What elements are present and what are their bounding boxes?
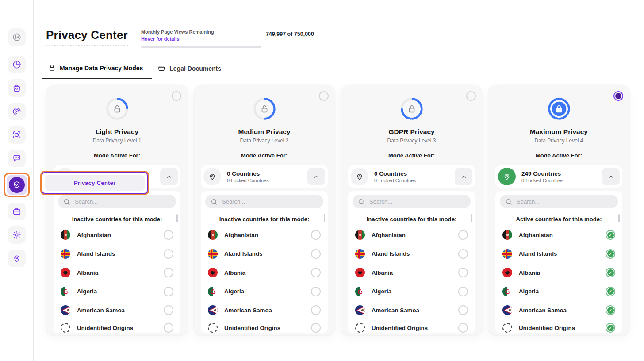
country-row[interactable]: Albania — [353, 263, 471, 282]
country-search-input[interactable] — [517, 198, 613, 205]
country-select-radio[interactable] — [311, 230, 321, 240]
country-row[interactable]: Afghanistan — [58, 226, 176, 245]
locked-countries-count: 0 Locked Countries — [374, 178, 455, 183]
mode-level-label: Data Privacy Level 3 — [387, 138, 436, 144]
country-row[interactable]: Aland Islands — [205, 245, 323, 264]
tab-legal-documents[interactable]: Legal Documents — [152, 61, 230, 79]
country-select-radio[interactable] — [311, 323, 321, 333]
collapse-list-button[interactable] — [455, 168, 472, 185]
country-row[interactable]: Algeria — [353, 282, 471, 301]
country-search-input[interactable] — [222, 198, 318, 205]
scrollbar-thumb[interactable] — [324, 214, 325, 222]
country-row[interactable]: American Samoa ✓ — [500, 301, 618, 320]
country-row[interactable]: Aland Islands — [58, 245, 176, 264]
flag-albania-icon — [61, 268, 70, 277]
mode-level-label: Data Privacy Level 2 — [240, 138, 288, 144]
country-select-radio[interactable] — [458, 305, 468, 315]
scrollbar-thumb[interactable] — [618, 214, 620, 222]
sidebar-tooltip: Privacy Center — [40, 171, 149, 195]
sidebar-item-spiral[interactable] — [8, 103, 26, 120]
mode-select-radio[interactable] — [172, 91, 181, 101]
country-search-input[interactable] — [75, 198, 171, 205]
collapse-list-button[interactable] — [307, 168, 325, 185]
country-row[interactable]: Algeria — [205, 282, 323, 301]
check-icon: ✓ — [607, 232, 614, 238]
active-item-highlight-box — [4, 173, 30, 197]
country-row[interactable]: Afghanistan — [205, 226, 323, 245]
country-active-check[interactable]: ✓ — [606, 323, 615, 333]
flag-american-samoa-icon — [61, 305, 70, 315]
country-active-check[interactable]: ✓ — [606, 268, 615, 277]
country-select-radio[interactable] — [458, 287, 468, 296]
country-select-radio[interactable] — [311, 249, 321, 259]
country-row[interactable]: Afghanistan — [353, 226, 471, 245]
country-row[interactable]: Algeria ✓ — [500, 282, 618, 301]
country-select-radio[interactable] — [164, 268, 173, 277]
tab-manage-privacy-modes[interactable]: Manage Data Privacy Modes — [42, 61, 152, 79]
country-select-radio[interactable] — [458, 230, 468, 240]
sidebar-item-bag[interactable] — [8, 79, 26, 97]
location-pin-icon — [498, 168, 516, 185]
mode-select-radio[interactable] — [466, 91, 476, 101]
country-row[interactable]: American Samoa — [58, 301, 176, 320]
country-search-input[interactable] — [369, 198, 465, 205]
country-row[interactable]: Afghanistan ✓ — [500, 226, 618, 245]
country-select-radio[interactable] — [458, 249, 468, 259]
mode-select-radio[interactable] — [319, 91, 329, 101]
scrollbar-thumb[interactable] — [471, 214, 472, 222]
collapse-list-button[interactable] — [602, 168, 620, 185]
country-select-radio[interactable] — [164, 305, 173, 315]
sidebar-item-chat[interactable] — [8, 150, 26, 167]
country-select-radio[interactable] — [164, 230, 173, 240]
countries-count: 0 Countries — [374, 170, 455, 177]
search-icon — [358, 198, 365, 205]
country-select-radio[interactable] — [458, 323, 468, 333]
country-row[interactable]: Unidentified Origins ✓ — [500, 320, 618, 336]
country-row[interactable]: Aland Islands — [353, 245, 471, 264]
country-active-check[interactable]: ✓ — [606, 230, 615, 240]
sidebar-item-scan[interactable] — [8, 126, 26, 144]
hover-details-link[interactable]: Hover for details — [141, 36, 180, 42]
location-pin-icon — [351, 168, 368, 185]
country-row[interactable]: Unidentified Origins — [58, 320, 176, 336]
country-select-radio[interactable] — [311, 268, 321, 277]
sidebar-item-collapse[interactable] — [8, 28, 26, 46]
country-row[interactable]: Albania — [205, 263, 323, 282]
country-active-check[interactable]: ✓ — [606, 287, 615, 296]
scrollbar-thumb[interactable] — [176, 214, 178, 222]
sidebar-item-briefcase[interactable] — [8, 203, 26, 220]
sidebar-item-location[interactable] — [8, 250, 26, 267]
country-select-radio[interactable] — [164, 249, 173, 259]
country-name: Aland Islands — [519, 250, 606, 257]
country-row[interactable]: Algeria — [58, 282, 176, 301]
mode-select-radio[interactable] — [613, 91, 623, 101]
country-row[interactable]: Albania ✓ — [500, 263, 618, 282]
country-row[interactable]: Unidentified Origins — [205, 320, 323, 336]
country-active-check[interactable]: ✓ — [606, 249, 615, 259]
flag-albania-icon — [502, 268, 512, 277]
country-select-radio[interactable] — [311, 287, 321, 296]
chevron-up-icon — [166, 173, 172, 180]
country-row[interactable]: Unidentified Origins — [353, 320, 471, 336]
country-active-check[interactable]: ✓ — [606, 305, 615, 315]
collapse-list-button[interactable] — [160, 168, 178, 185]
sidebar-item-settings[interactable] — [8, 226, 26, 244]
lock-icon — [409, 106, 414, 112]
country-select-radio[interactable] — [164, 287, 173, 296]
country-select-radio[interactable] — [458, 268, 468, 277]
country-rows: Afghanistan Aland Islands Albania Algeri… — [205, 226, 323, 336]
country-row[interactable]: American Samoa — [353, 301, 471, 320]
privacy-mode-card: Maximum Privacy Data Privacy Level 4 Mod… — [488, 85, 629, 335]
country-row[interactable]: Aland Islands ✓ — [500, 245, 618, 264]
briefcase-icon — [12, 207, 22, 216]
sidebar-item-analytics[interactable] — [8, 56, 26, 73]
country-row[interactable]: American Samoa — [205, 301, 323, 320]
country-row[interactable]: Albania — [58, 263, 176, 282]
privacy-mode-card: GDPR Privacy Data Privacy Level 3 Mode A… — [341, 85, 482, 335]
country-select-radio[interactable] — [311, 305, 321, 315]
countries-list-panel: Inactive countries for this mode: Afghan… — [201, 191, 328, 333]
unidentified-origins-icon — [61, 323, 70, 333]
sidebar-item-privacy[interactable] — [7, 175, 27, 195]
country-select-radio[interactable] — [164, 323, 173, 333]
radio-dot — [615, 93, 621, 99]
